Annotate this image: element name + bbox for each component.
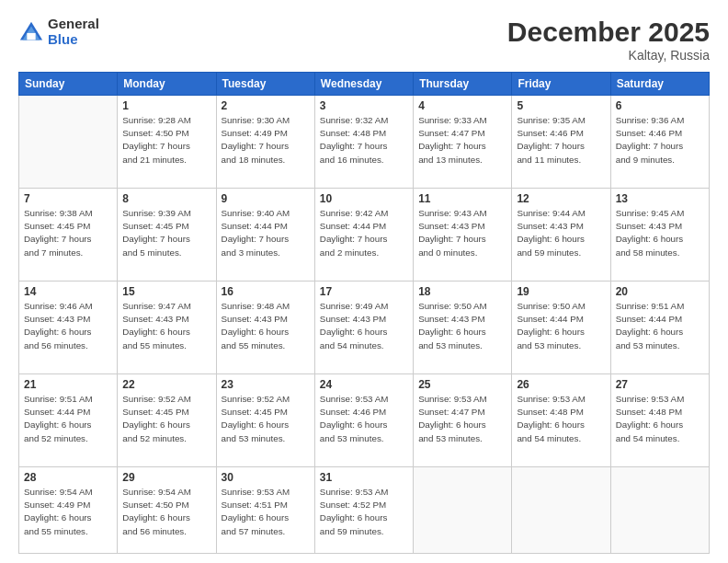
day-number: 10 — [320, 192, 408, 205]
day-info: Sunrise: 9:28 AMSunset: 4:50 PMDaylight:… — [122, 114, 210, 167]
day-info: Sunrise: 9:36 AMSunset: 4:46 PMDaylight:… — [616, 114, 704, 167]
day-number: 7 — [24, 192, 112, 205]
day-info: Sunrise: 9:53 AMSunset: 4:46 PMDaylight:… — [320, 393, 408, 445]
day-number: 22 — [122, 378, 210, 391]
day-number: 12 — [517, 192, 605, 205]
calendar-cell: 24Sunrise: 9:53 AMSunset: 4:46 PMDayligh… — [314, 374, 413, 467]
day-info: Sunrise: 9:46 AMSunset: 4:43 PMDaylight:… — [24, 300, 112, 352]
day-info: Sunrise: 9:32 AMSunset: 4:48 PMDaylight:… — [320, 114, 408, 167]
day-header-thursday: Thursday — [414, 73, 512, 96]
logo: General Blue — [18, 17, 99, 47]
day-number: 9 — [222, 192, 310, 205]
calendar-cell: 17Sunrise: 9:49 AMSunset: 4:43 PMDayligh… — [314, 282, 413, 374]
day-number: 8 — [122, 192, 210, 205]
calendar-cell: 22Sunrise: 9:52 AMSunset: 4:45 PMDayligh… — [118, 374, 216, 467]
calendar-week-row: 7Sunrise: 9:38 AMSunset: 4:45 PMDaylight… — [19, 189, 710, 282]
day-info: Sunrise: 9:54 AMSunset: 4:49 PMDaylight:… — [24, 486, 112, 538]
day-info: Sunrise: 9:51 AMSunset: 4:44 PMDaylight:… — [616, 300, 704, 352]
calendar-cell: 20Sunrise: 9:51 AMSunset: 4:44 PMDayligh… — [610, 282, 709, 374]
day-number: 2 — [222, 99, 310, 112]
day-number: 4 — [418, 99, 506, 112]
calendar-cell: 25Sunrise: 9:53 AMSunset: 4:47 PMDayligh… — [414, 374, 512, 467]
day-header-saturday: Saturday — [610, 73, 709, 96]
calendar-cell: 5Sunrise: 9:35 AMSunset: 4:46 PMDaylight… — [512, 96, 610, 189]
day-number: 24 — [320, 378, 408, 391]
day-info: Sunrise: 9:38 AMSunset: 4:45 PMDaylight:… — [24, 207, 112, 259]
day-number: 11 — [418, 192, 506, 205]
day-number: 23 — [222, 378, 310, 391]
calendar-week-row: 21Sunrise: 9:51 AMSunset: 4:44 PMDayligh… — [19, 374, 710, 467]
calendar-cell: 29Sunrise: 9:54 AMSunset: 4:50 PMDayligh… — [118, 467, 216, 554]
calendar-cell: 13Sunrise: 9:45 AMSunset: 4:43 PMDayligh… — [610, 189, 709, 282]
day-info: Sunrise: 9:49 AMSunset: 4:43 PMDaylight:… — [320, 300, 408, 352]
day-number: 31 — [320, 471, 408, 484]
day-info: Sunrise: 9:54 AMSunset: 4:50 PMDaylight:… — [122, 486, 210, 538]
day-number: 1 — [122, 99, 210, 112]
calendar-cell: 8Sunrise: 9:39 AMSunset: 4:45 PMDaylight… — [118, 189, 216, 282]
day-number: 25 — [418, 378, 506, 391]
day-info: Sunrise: 9:53 AMSunset: 4:52 PMDaylight:… — [320, 486, 408, 538]
calendar-cell: 19Sunrise: 9:50 AMSunset: 4:44 PMDayligh… — [512, 282, 610, 374]
calendar-cell: 18Sunrise: 9:50 AMSunset: 4:43 PMDayligh… — [414, 282, 512, 374]
day-header-friday: Friday — [512, 73, 610, 96]
calendar-cell: 26Sunrise: 9:53 AMSunset: 4:48 PMDayligh… — [512, 374, 610, 467]
day-info: Sunrise: 9:44 AMSunset: 4:43 PMDaylight:… — [517, 207, 605, 259]
day-number: 14 — [24, 285, 112, 298]
day-number: 27 — [616, 378, 704, 391]
day-number: 3 — [320, 99, 408, 112]
day-info: Sunrise: 9:53 AMSunset: 4:47 PMDaylight:… — [418, 393, 506, 445]
calendar-cell — [414, 467, 512, 554]
day-number: 21 — [24, 378, 112, 391]
day-number: 18 — [418, 285, 506, 298]
calendar-week-row: 1Sunrise: 9:28 AMSunset: 4:50 PMDaylight… — [19, 96, 710, 189]
calendar-cell: 10Sunrise: 9:42 AMSunset: 4:44 PMDayligh… — [314, 189, 413, 282]
calendar-cell: 6Sunrise: 9:36 AMSunset: 4:46 PMDaylight… — [610, 96, 709, 189]
day-number: 5 — [517, 99, 605, 112]
calendar-cell: 9Sunrise: 9:40 AMSunset: 4:44 PMDaylight… — [216, 189, 314, 282]
day-info: Sunrise: 9:43 AMSunset: 4:43 PMDaylight:… — [418, 207, 506, 259]
day-info: Sunrise: 9:35 AMSunset: 4:46 PMDaylight:… — [517, 114, 605, 167]
calendar-cell: 3Sunrise: 9:32 AMSunset: 4:48 PMDaylight… — [314, 96, 413, 189]
calendar-cell: 23Sunrise: 9:52 AMSunset: 4:45 PMDayligh… — [216, 374, 314, 467]
month-title: December 2025 — [507, 17, 710, 48]
day-info: Sunrise: 9:52 AMSunset: 4:45 PMDaylight:… — [122, 393, 210, 445]
day-number: 6 — [616, 99, 704, 112]
day-number: 19 — [517, 285, 605, 298]
day-info: Sunrise: 9:39 AMSunset: 4:45 PMDaylight:… — [122, 207, 210, 259]
day-info: Sunrise: 9:50 AMSunset: 4:44 PMDaylight:… — [517, 300, 605, 352]
day-info: Sunrise: 9:33 AMSunset: 4:47 PMDaylight:… — [418, 114, 506, 167]
calendar-cell: 11Sunrise: 9:43 AMSunset: 4:43 PMDayligh… — [414, 189, 512, 282]
day-number: 28 — [24, 471, 112, 484]
header: General Blue December 2025 Kaltay, Russi… — [18, 17, 710, 63]
day-info: Sunrise: 9:50 AMSunset: 4:43 PMDaylight:… — [418, 300, 506, 352]
day-info: Sunrise: 9:45 AMSunset: 4:43 PMDaylight:… — [616, 207, 704, 259]
logo-blue-text: Blue — [48, 32, 99, 48]
page: General Blue December 2025 Kaltay, Russi… — [0, 0, 728, 563]
calendar-cell: 2Sunrise: 9:30 AMSunset: 4:49 PMDaylight… — [216, 96, 314, 189]
day-info: Sunrise: 9:40 AMSunset: 4:44 PMDaylight:… — [222, 207, 310, 259]
day-number: 26 — [517, 378, 605, 391]
svg-rect-2 — [27, 32, 35, 39]
day-header-sunday: Sunday — [19, 73, 118, 96]
day-header-tuesday: Tuesday — [216, 73, 314, 96]
day-number: 20 — [616, 285, 704, 298]
logo-general-text: General — [48, 17, 99, 32]
calendar-cell — [19, 96, 118, 189]
day-number: 30 — [222, 471, 310, 484]
calendar-cell: 16Sunrise: 9:48 AMSunset: 4:43 PMDayligh… — [216, 282, 314, 374]
day-info: Sunrise: 9:53 AMSunset: 4:48 PMDaylight:… — [517, 393, 605, 445]
day-info: Sunrise: 9:51 AMSunset: 4:44 PMDaylight:… — [24, 393, 112, 445]
title-block: December 2025 Kaltay, Russia — [507, 17, 710, 63]
calendar-week-row: 14Sunrise: 9:46 AMSunset: 4:43 PMDayligh… — [19, 282, 710, 374]
calendar-cell: 21Sunrise: 9:51 AMSunset: 4:44 PMDayligh… — [19, 374, 118, 467]
day-info: Sunrise: 9:53 AMSunset: 4:51 PMDaylight:… — [222, 486, 310, 538]
calendar-cell — [512, 467, 610, 554]
day-info: Sunrise: 9:52 AMSunset: 4:45 PMDaylight:… — [222, 393, 310, 445]
day-header-wednesday: Wednesday — [314, 73, 413, 96]
calendar-cell: 30Sunrise: 9:53 AMSunset: 4:51 PMDayligh… — [216, 467, 314, 554]
calendar-cell: 7Sunrise: 9:38 AMSunset: 4:45 PMDaylight… — [19, 189, 118, 282]
day-info: Sunrise: 9:30 AMSunset: 4:49 PMDaylight:… — [222, 114, 310, 167]
day-number: 29 — [122, 471, 210, 484]
calendar-header-row: SundayMondayTuesdayWednesdayThursdayFrid… — [19, 73, 710, 96]
calendar-cell: 28Sunrise: 9:54 AMSunset: 4:49 PMDayligh… — [19, 467, 118, 554]
